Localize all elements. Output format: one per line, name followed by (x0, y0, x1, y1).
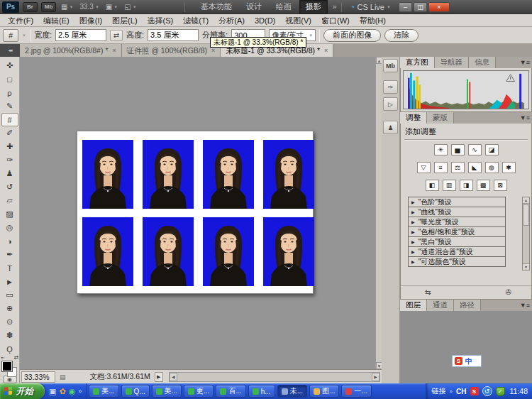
scroll-left-icon[interactable]: ◀ (170, 373, 177, 381)
menu-item[interactable]: 3D(D) (250, 14, 280, 27)
start-button[interactable]: 开始 (0, 383, 45, 399)
launch-minibridge-button[interactable]: Mb (41, 2, 56, 12)
taskbar-window-button[interactable]: Q... (121, 385, 150, 398)
scroll-up-icon[interactable]: ▲ (376, 57, 382, 64)
channel-mixer-icon[interactable]: ✱ (502, 162, 516, 173)
eyedropper-tool[interactable]: ✐ (1, 126, 18, 140)
brush-tool[interactable]: ✑ (1, 153, 18, 167)
menu-item[interactable]: 编辑(E) (38, 14, 74, 27)
mini-bridge-panel-icon[interactable]: Mb (383, 59, 398, 72)
menu-item[interactable]: 滤镜(T) (178, 14, 214, 27)
invert-icon[interactable]: ◧ (426, 180, 439, 191)
menu-item[interactable]: 分析(A) (214, 14, 250, 27)
status-options-button[interactable]: ▶ (155, 372, 163, 382)
3d-orbit-tool[interactable]: ⊙ (1, 315, 18, 329)
quick-launch-icon-3[interactable]: ◉ (69, 388, 76, 395)
eraser-tool[interactable]: ▱ (1, 194, 18, 207)
language-indicator[interactable]: CH (456, 388, 466, 395)
width-input[interactable] (55, 29, 106, 41)
preset-group-row[interactable]: ▶ "可选颜色"预设 (408, 256, 506, 267)
brightness-contrast-icon[interactable]: ☀ (434, 144, 448, 155)
taskbar-window-button[interactable]: 百... (216, 385, 245, 398)
preset-group-row[interactable]: ▶ "曲线"预设 (408, 207, 506, 217)
panel-menu-icon[interactable]: ▼≡ (520, 302, 530, 309)
panel-tab[interactable]: 导航器 (435, 57, 470, 68)
links-overflow-icon[interactable]: » (450, 388, 453, 395)
security-shield-icon[interactable]: ✓ (496, 387, 505, 396)
cs-live-button[interactable]: ◔CS Live▼ (350, 3, 391, 11)
default-colors-icon[interactable]: ▪▫ (1, 355, 5, 360)
rectangle-tool[interactable]: ▭ (1, 288, 18, 302)
workspace-button[interactable]: 摄影 (299, 0, 328, 14)
panel-tab[interactable]: 路径 (454, 300, 481, 311)
spot-healing-brush-tool[interactable]: ✚ (1, 140, 18, 153)
ime-mode-indicator[interactable]: 中 (465, 356, 472, 366)
zoom-level-control[interactable]: 33.3▼ (78, 3, 100, 11)
clear-button[interactable]: 清除 (384, 29, 419, 42)
panel-menu-icon[interactable]: ▼≡ (520, 114, 530, 121)
switch-panel-view-icon[interactable]: ⇆ (425, 288, 431, 296)
preset-group-row[interactable]: ▶ "曝光度"预设 (408, 217, 506, 227)
quick-launch-icon-2[interactable]: ✿ (59, 388, 65, 395)
actions-panel-icon[interactable]: ▷ (383, 97, 398, 111)
panel-menu-icon[interactable]: ▼≡ (520, 59, 530, 66)
menu-item[interactable]: 选择(S) (143, 14, 179, 27)
preset-group-row[interactable]: ▶ "色阶"预设 (408, 197, 506, 207)
panel-tab[interactable]: 信息 (469, 57, 496, 68)
taskbar-window-button[interactable]: 美... (152, 385, 182, 398)
horizontal-scrollbar[interactable]: ◀ ▶ (169, 372, 380, 382)
exposure-icon[interactable]: ◪ (485, 144, 499, 155)
close-tab-icon[interactable]: × (112, 45, 116, 57)
clone-source-panel-icon[interactable]: ♟ (383, 121, 398, 134)
expand-arrow-icon[interactable]: ▶ (411, 247, 415, 257)
minimize-button[interactable]: – (399, 2, 412, 12)
expand-arrow-icon[interactable]: ▶ (411, 197, 415, 207)
close-button[interactable]: × (428, 2, 450, 12)
workspace-button[interactable]: 设计 (240, 0, 268, 14)
menu-item[interactable]: 窗口(W) (316, 14, 355, 27)
scroll-down-icon[interactable]: ▼ (376, 362, 382, 369)
move-tool[interactable]: ✜ (1, 59, 18, 72)
history-brush-tool[interactable]: ↺ (1, 180, 18, 194)
scroll-down-icon[interactable]: ▼ (523, 263, 529, 270)
black-white-icon[interactable]: ◣ (468, 162, 482, 173)
document-canvas[interactable] (77, 131, 314, 294)
hue-saturation-icon[interactable]: ≡ (434, 162, 448, 173)
screen-mode-button[interactable]: ◱▼ (123, 3, 138, 11)
vibrance-icon[interactable]: ▽ (417, 162, 431, 173)
height-input[interactable] (148, 29, 199, 41)
links-toolbar-label[interactable]: 链接 (432, 386, 446, 396)
quick-selection-tool[interactable]: ✎ (1, 99, 18, 113)
rectangular-marquee-tool[interactable]: □ (1, 72, 18, 86)
levels-icon[interactable]: ▅ (451, 144, 465, 155)
taskbar-window-button[interactable]: 美... (89, 385, 118, 398)
menu-item[interactable]: 帮助(H) (355, 14, 391, 27)
crop-tool-preset-button[interactable]: # (3, 29, 18, 42)
taskbar-window-button[interactable]: 一... (341, 385, 371, 398)
canvas-area[interactable]: ▲ ▼ (20, 57, 382, 369)
panel-tab[interactable]: 蒙版 (427, 112, 454, 124)
preset-group-row[interactable]: ▶ "色相/饱和度"预设 (408, 226, 506, 237)
launch-bridge-button[interactable]: Br (23, 2, 38, 12)
preset-scrollbar[interactable]: ▲ ▼ (522, 197, 530, 270)
hand-tool[interactable]: ✽ (1, 329, 18, 342)
preset-group-row[interactable]: ▶ "黑白"预设 (408, 236, 506, 247)
tray-app-icon[interactable]: ↺ (482, 386, 492, 396)
path-selection-tool[interactable]: ► (1, 275, 18, 288)
taskbar-window-button[interactable]: 未... (277, 385, 307, 398)
switch-colors-icon[interactable]: ⇄ (14, 354, 19, 361)
pen-tool[interactable]: ✒ (1, 248, 18, 261)
expand-arrow-icon[interactable]: ▶ (411, 227, 415, 237)
close-tab-icon[interactable]: × (324, 45, 328, 57)
front-image-button[interactable]: 前面的图像 (323, 29, 381, 42)
foreground-color-swatch[interactable] (2, 361, 12, 371)
expand-arrow-icon[interactable]: ▶ (411, 207, 415, 217)
workspace-overflow-button[interactable]: » (331, 3, 338, 11)
expand-arrow-icon[interactable]: ▶ (411, 217, 415, 227)
panel-tab[interactable]: 直方图 (400, 57, 435, 68)
taskbar-window-button[interactable]: 更... (184, 385, 214, 398)
gradient-map-icon[interactable]: ▩ (477, 180, 490, 191)
preset-group-row[interactable]: ▶ "通道混合器"预设 (408, 246, 506, 257)
scroll-up-icon[interactable]: ▲ (523, 197, 529, 204)
panel-tab[interactable]: 图层 (400, 300, 427, 311)
